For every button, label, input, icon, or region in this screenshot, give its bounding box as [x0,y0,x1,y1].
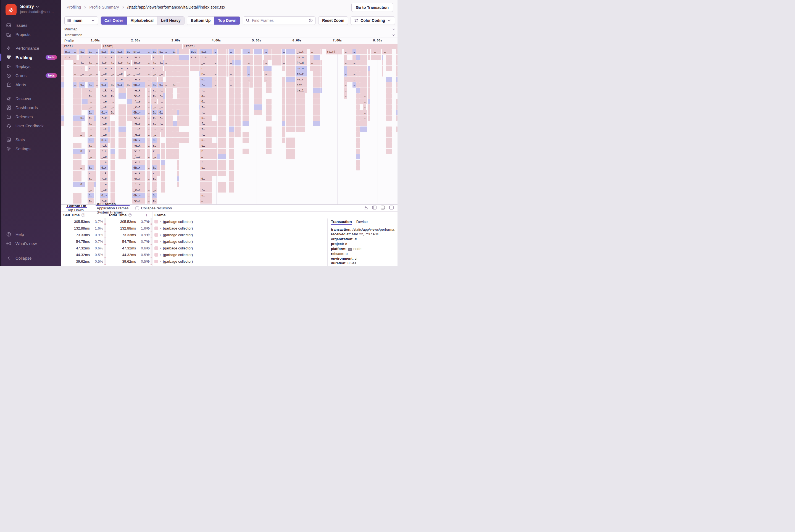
flame-cell[interactable]: u… [200,137,212,143]
sort-alphabetical-button[interactable]: Alphabetical [127,17,157,24]
flame-cell[interactable]: r… [152,93,157,99]
flame-cell[interactable]: p… [126,49,131,54]
flame-cell[interactable]: … [383,49,386,54]
flame-cell[interactable] [157,160,160,165]
flame-cell[interactable] [173,110,177,115]
flame-cell[interactable] [386,143,392,148]
flame-cell[interactable] [166,143,173,148]
flame-cell[interactable] [218,165,226,170]
flame-cell[interactable] [190,60,199,65]
flame-cell[interactable]: _… [88,187,94,192]
flame-cell[interactable]: _… [152,77,157,82]
flame-cell[interactable]: _…e [100,77,108,82]
flame-cell[interactable]: _… [88,132,94,137]
flame-cell[interactable]: … [147,176,150,182]
flame-cell[interactable] [157,154,160,159]
flame-cell[interactable] [218,77,226,82]
flame-cell[interactable]: … [73,60,77,65]
flame-cell[interactable]: 0…> [116,82,124,88]
flame-cell[interactable]: … [213,77,217,82]
flame-cell[interactable]: p…s [100,49,108,54]
flame-cell[interactable]: … [344,66,347,71]
total-time-header[interactable]: Total Time? [108,212,132,218]
sidebar-item-settings[interactable]: Settings [0,144,61,153]
flame-cell[interactable]: r… [200,82,212,88]
flame-cell[interactable]: … [229,55,232,60]
flame-cell[interactable]: re…k [132,88,145,93]
chevron-right-icon[interactable]: › [160,233,161,236]
flame-cell[interactable]: _l…e [132,127,145,132]
flame-cell[interactable] [396,49,398,54]
flame-cell[interactable]: _… [110,104,115,110]
layout-right-panel-icon[interactable] [389,206,394,211]
frame-settings-gear-icon[interactable]: ⚙ [147,245,150,251]
flame-cell[interactable] [229,132,234,137]
flame-cell[interactable] [254,49,262,54]
flame-cell[interactable]: r… [158,115,163,121]
flame-cell[interactable] [386,88,392,93]
flame-cell[interactable] [118,127,126,132]
flame-cell[interactable] [286,49,295,54]
flame-cell[interactable]: (root) [61,44,101,49]
flame-cell[interactable] [61,66,64,71]
flame-cell[interactable]: … [264,77,268,82]
flame-cell[interactable] [218,55,226,60]
flame-cell[interactable] [73,110,81,115]
flame-cell[interactable]: _… [158,77,163,82]
flame-cell[interactable] [179,66,189,71]
flame-cell[interactable] [173,60,177,65]
flame-cell[interactable]: … [95,55,98,60]
flame-cell[interactable] [177,143,179,148]
flame-cell[interactable]: r…k [100,115,108,121]
flame-cell[interactable] [360,49,367,54]
flame-cell[interactable] [356,121,360,126]
flame-cell[interactable] [254,93,262,99]
flame-cell[interactable] [386,104,392,110]
flame-cell[interactable]: _… [79,77,86,82]
flame-cell[interactable]: r… [79,66,86,71]
flame-cell[interactable] [166,71,173,77]
flame-cell[interactable] [356,132,360,137]
chevron-right-icon[interactable]: › [160,227,161,230]
flame-cell[interactable] [386,60,392,65]
flame-cell[interactable]: _… [88,127,94,132]
flame-cell[interactable] [396,60,398,65]
flame-cell[interactable] [286,66,295,71]
flame-cell[interactable] [173,149,177,154]
flame-cell[interactable] [177,176,179,182]
flame-cell[interactable]: … [73,66,77,71]
flame-cell[interactable]: … [344,93,347,99]
flame-cell[interactable]: p…s [116,49,124,54]
frame-header[interactable]: Frame [154,212,166,218]
flame-cell[interactable] [356,110,360,115]
flame-cell[interactable] [157,149,160,154]
flame-cell[interactable] [382,60,383,65]
flame-cell[interactable] [282,77,285,82]
flame-cell[interactable]: … [147,99,150,104]
flame-cell[interactable]: r… [152,88,157,93]
flame-cell[interactable]: ca…n [296,55,307,60]
flame-cell[interactable]: r… [88,93,94,99]
flame-cell[interactable] [396,55,398,60]
flame-cell[interactable] [218,154,226,159]
flame-cell[interactable]: r… [88,198,94,204]
flame-cell[interactable]: p… [79,49,86,54]
flame-cell[interactable]: j… [79,60,86,65]
flame-cell[interactable] [356,66,360,71]
flame-cell[interactable] [111,132,115,137]
flame-cell[interactable]: … [147,171,150,176]
flame-cell[interactable] [266,115,271,121]
flame-cell[interactable] [266,127,271,132]
frame-settings-gear-icon[interactable]: ⚙ [147,231,150,238]
flame-cell[interactable]: … [95,66,98,71]
flame-cell[interactable] [356,77,360,82]
flame-cell[interactable] [360,60,367,65]
flame-cell[interactable] [286,110,295,115]
flame-cell[interactable]: … [164,49,168,54]
flame-cell[interactable]: … [310,60,314,65]
flame-cell[interactable] [161,160,165,165]
flame-cell[interactable] [161,149,165,154]
flame-cell[interactable]: _…e [116,77,124,82]
flame-cell[interactable]: … [147,115,150,121]
flame-cell[interactable]: j… [88,60,94,65]
